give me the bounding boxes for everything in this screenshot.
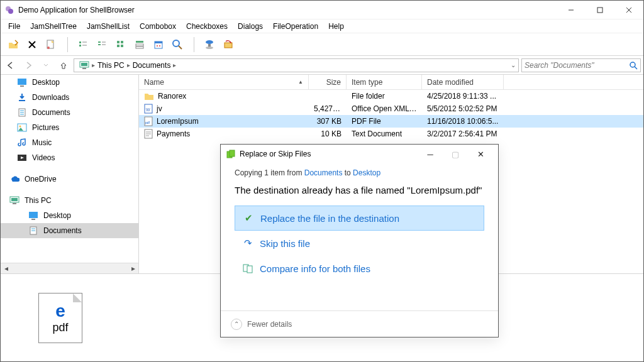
search-box[interactable]: [521, 58, 641, 72]
svg-text:pdf: pdf: [145, 121, 150, 124]
option-replace[interactable]: ✔ Replace the file in the destination: [235, 206, 484, 231]
menu-checkboxes[interactable]: Checkboxes: [181, 21, 233, 32]
source-link[interactable]: Documents: [304, 168, 343, 177]
breadcrumb-dropdown[interactable]: ⌄: [511, 62, 516, 69]
edge-icon: e: [55, 301, 65, 321]
tool-refresh-icon[interactable]: [219, 36, 237, 53]
svg-rect-11: [79, 45, 81, 47]
app-icon: [4, 5, 14, 15]
menu-jamshelltree[interactable]: JamShellTree: [25, 21, 82, 32]
folder-tree[interactable]: Desktop Downloads Documents Pictures Mus…: [1, 75, 139, 273]
svg-rect-67: [230, 150, 235, 156]
maximize-button[interactable]: [586, 1, 614, 19]
option-skip[interactable]: ↷ Skip this file: [235, 231, 484, 256]
svg-rect-21: [121, 45, 123, 47]
breadcrumb-pc-icon: [77, 61, 92, 70]
tool-delete-icon[interactable]: [23, 36, 41, 53]
breadcrumb[interactable]: ▸ This PC ▸ Documents ▸ ⌄: [74, 58, 519, 72]
nav-up-button[interactable]: [56, 58, 71, 73]
menu-help[interactable]: Help: [323, 21, 349, 32]
nav-back-button[interactable]: [3, 58, 18, 73]
svg-line-30: [179, 46, 182, 49]
menu-combobox[interactable]: Combobox: [135, 21, 181, 32]
tool-view2-icon[interactable]: [93, 36, 111, 53]
tree-onedrive[interactable]: OneDrive: [1, 172, 138, 187]
tree-pc-desktop[interactable]: Desktop: [1, 208, 138, 223]
svg-point-38: [630, 62, 635, 67]
music-icon: [17, 138, 27, 148]
txt-icon: [144, 129, 153, 139]
titlebar: Demo Application for ShellBrowser: [1, 1, 643, 19]
tree-scrollbar[interactable]: ◂ ▸: [1, 263, 138, 273]
fewer-details-link[interactable]: Fewer details: [247, 320, 292, 329]
menu-jamshelllist[interactable]: JamShellList: [82, 21, 135, 32]
menu-dialogs[interactable]: Dialogs: [233, 21, 268, 32]
tool-search-icon[interactable]: [169, 36, 186, 53]
dialog-close-button[interactable]: ✕: [468, 150, 493, 159]
tree-downloads[interactable]: Downloads: [1, 90, 138, 105]
tree-music[interactable]: Music: [1, 135, 138, 150]
col-date-header[interactable]: Date modified: [422, 75, 504, 89]
search-icon[interactable]: [629, 61, 638, 70]
document-icon: [28, 226, 38, 236]
table-row[interactable]: pdfLoremIpsum 307 KB PDF File 11/16/2018…: [139, 115, 643, 128]
tool-properties-icon[interactable]: [42, 36, 60, 53]
tree-pictures[interactable]: Pictures: [1, 120, 138, 135]
svg-rect-26: [155, 41, 162, 43]
folder-icon: [144, 92, 154, 101]
scroll-right-icon[interactable]: ▸: [128, 263, 138, 274]
svg-text:W: W: [146, 107, 150, 112]
table-row[interactable]: Wjv 5,427 KB Office Open XML ... 5/5/201…: [139, 102, 643, 115]
dialog-maximize-button: ▢: [443, 150, 468, 159]
svg-rect-34: [225, 43, 232, 48]
svg-rect-37: [82, 68, 86, 69]
table-row[interactable]: Ranorex File folder 4/25/2018 9:11:33 ..…: [139, 90, 643, 102]
svg-rect-51: [11, 198, 18, 201]
col-size-header[interactable]: Size: [309, 75, 347, 89]
scroll-left-icon[interactable]: ◂: [1, 263, 11, 274]
tool-network-icon[interactable]: [201, 36, 218, 53]
skip-icon: ↷: [242, 238, 253, 249]
chevron-up-icon[interactable]: ⌃: [231, 319, 242, 330]
option-compare[interactable]: Compare info for both files: [235, 256, 484, 281]
toolbar: [1, 33, 643, 56]
svg-point-1: [8, 9, 13, 14]
tree-videos[interactable]: Videos: [1, 150, 138, 165]
svg-rect-36: [81, 63, 87, 66]
dest-link[interactable]: Desktop: [353, 168, 380, 177]
tree-desktop[interactable]: Desktop: [1, 75, 138, 90]
desktop-icon: [17, 77, 27, 87]
document-icon: [17, 107, 27, 118]
svg-rect-53: [29, 212, 38, 218]
svg-point-28: [159, 45, 160, 47]
svg-rect-69: [247, 266, 252, 273]
column-headers: Name▲ Size Item type Date modified: [139, 75, 643, 90]
search-input[interactable]: [525, 61, 629, 70]
svg-point-27: [157, 45, 158, 47]
check-icon: ✔: [243, 212, 254, 224]
dialog-message: The destination already has a file named…: [235, 184, 484, 197]
pdf-preview-icon: e pdf: [38, 293, 82, 343]
breadcrumb-leaf[interactable]: Documents: [130, 61, 174, 70]
breadcrumb-root[interactable]: This PC: [95, 61, 127, 70]
tool-view3-icon[interactable]: [112, 36, 130, 53]
tool-view1-icon[interactable]: [74, 36, 92, 53]
tree-pc-documents[interactable]: Documents: [1, 223, 138, 238]
copy-icon: [226, 149, 236, 159]
nav-forward-button[interactable]: [21, 58, 36, 73]
pdf-icon: pdf: [144, 116, 153, 126]
table-row[interactable]: Payments 10 KB Text Document 3/2/2017 2:…: [139, 128, 643, 140]
menu-fileoperation[interactable]: FileOperation: [268, 21, 323, 32]
close-button[interactable]: [614, 1, 643, 19]
tree-documents[interactable]: Documents: [1, 105, 138, 120]
minimize-button[interactable]: [557, 1, 586, 19]
col-type-header[interactable]: Item type: [347, 75, 422, 89]
tool-open-icon[interactable]: [4, 36, 22, 53]
tree-thispc[interactable]: This PC: [1, 193, 138, 208]
col-name-header[interactable]: Name▲: [139, 75, 309, 89]
menu-file[interactable]: File: [3, 21, 25, 32]
tool-view4-icon[interactable]: [131, 36, 148, 53]
dialog-minimize-button[interactable]: ─: [418, 150, 443, 159]
nav-history-dropdown[interactable]: [38, 58, 53, 73]
tool-calendar-icon[interactable]: [150, 36, 167, 53]
